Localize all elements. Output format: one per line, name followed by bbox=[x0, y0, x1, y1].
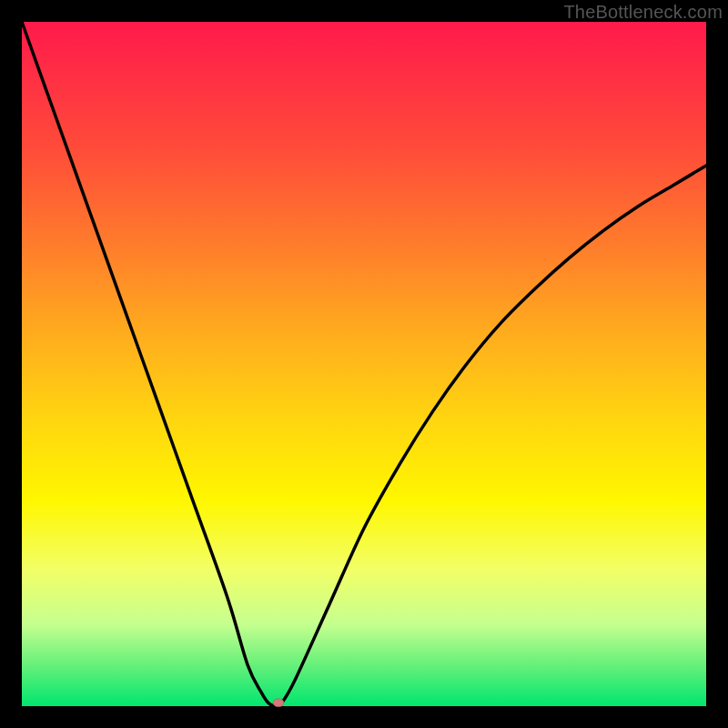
bottleneck-curve bbox=[22, 22, 706, 706]
watermark-text: TheBottleneck.com bbox=[563, 2, 723, 23]
plot-area bbox=[22, 22, 706, 706]
min-marker bbox=[273, 699, 284, 707]
curve-path bbox=[22, 22, 706, 706]
chart-frame: TheBottleneck.com bbox=[0, 0, 728, 728]
